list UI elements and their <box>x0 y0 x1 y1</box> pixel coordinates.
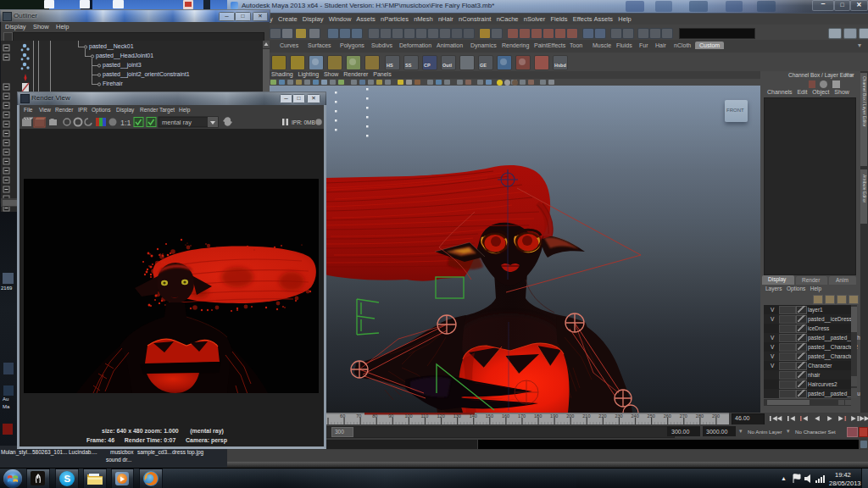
svg-text:mental ray: mental ray <box>162 119 192 126</box>
svg-text:70: 70 <box>356 413 361 419</box>
svg-text:60: 60 <box>340 413 345 419</box>
svg-text:170: 170 <box>518 413 526 419</box>
svg-text:80: 80 <box>372 413 377 419</box>
svg-text:1:1: 1:1 <box>120 119 131 127</box>
svg-text:120: 120 <box>437 413 445 419</box>
svg-text:210: 210 <box>582 413 590 419</box>
svg-text:220: 220 <box>598 413 606 419</box>
svg-text:180: 180 <box>534 413 542 419</box>
svg-text:110: 110 <box>420 413 428 419</box>
svg-text:140: 140 <box>470 413 477 419</box>
svg-text:100: 100 <box>404 413 412 419</box>
svg-text:280: 280 <box>696 413 704 419</box>
svg-text:260: 260 <box>664 413 671 419</box>
svg-text:230: 230 <box>615 413 622 419</box>
svg-text:90: 90 <box>388 413 393 419</box>
svg-text:250: 250 <box>648 413 655 419</box>
svg-text:270: 270 <box>680 413 687 419</box>
svg-text:160: 160 <box>502 413 509 419</box>
svg-text:200: 200 <box>566 413 574 419</box>
svg-text:290: 290 <box>712 413 720 419</box>
svg-text:150: 150 <box>486 413 493 419</box>
svg-text:130: 130 <box>453 413 461 419</box>
svg-text:190: 190 <box>550 413 558 419</box>
svg-text:240: 240 <box>632 413 639 419</box>
